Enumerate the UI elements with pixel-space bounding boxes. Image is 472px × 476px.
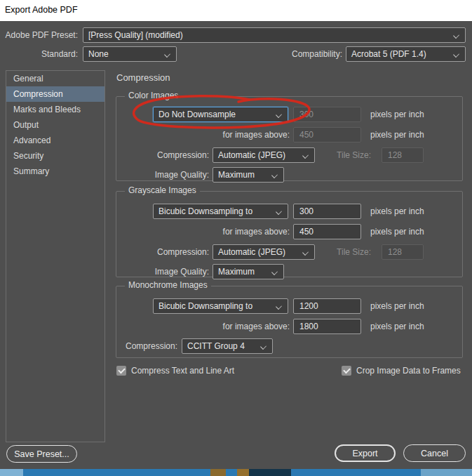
chevron-down-icon [165,51,170,57]
adobe-pdf-preset-value: [Press Quality] (modified) [83,30,454,40]
window-title: Export Adobe PDF [5,5,78,15]
export-adobe-pdf-dialog: Adobe PDF Preset: [Press Quality] (modif… [0,21,472,469]
export-button[interactable]: Export [335,444,396,462]
preset-label: Adobe PDF Preset: [0,27,78,43]
sidebar-item-compression[interactable]: Compression [6,86,104,102]
window-title-bar: Export Adobe PDF [0,0,472,21]
grayscale-threshold-unit: pixels per inch [370,224,424,239]
color-tile-size-label: Tile Size: [327,147,371,163]
color-threshold-label: for images above: [159,127,290,143]
chevron-down-icon [272,172,278,178]
compatibility-dropdown[interactable]: Acrobat 5 (PDF 1.4) [346,46,466,62]
grayscale-quality-dropdown[interactable]: Maximum [213,264,284,279]
monochrome-sampling-dropdown[interactable]: Bicubic Downsampling to [153,298,288,314]
grayscale-threshold-input[interactable]: 450 [293,224,361,239]
grayscale-threshold-label: for images above: [159,224,290,239]
color-threshold-unit: pixels per inch [370,127,424,143]
monochrome-compression-dropdown[interactable]: CCITT Group 4 [182,338,273,354]
chevron-down-icon [261,343,267,349]
background-fragment [210,469,226,476]
panel-title: Compression [116,72,170,83]
crop-image-data-label: Crop Image Data to Frames [356,365,461,376]
dialog-section-list: General Compression Marks and Bleeds Out… [6,70,105,442]
compress-text-label: Compress Text and Line Art [131,365,234,376]
compress-text-checkbox[interactable] [116,366,126,376]
background-taskbar-strip [0,469,472,476]
grayscale-compression-label: Compression: [116,244,209,260]
sidebar-item-security[interactable]: Security [6,148,104,164]
monochrome-compression-value: CCITT Group 4 [182,341,261,351]
color-compression-dropdown[interactable]: Automatic (JPEG) [213,147,315,163]
crop-image-data-checkbox[interactable] [342,366,351,376]
chevron-down-icon [454,51,459,57]
monochrome-threshold-unit: pixels per inch [370,319,424,334]
grayscale-compression-dropdown[interactable]: Automatic (JPEG) [213,244,315,260]
chevron-down-icon [276,209,282,214]
color-quality-label: Image Quality: [116,167,209,183]
color-sampling-value: Do Not Downsample [154,110,276,119]
grayscale-tile-size-label: Tile Size: [327,244,371,260]
sidebar-item-marks-and-bleeds[interactable]: Marks and Bleeds [6,102,104,117]
compatibility-label: Compatibility: [238,46,342,62]
sidebar-item-summary[interactable]: Summary [6,164,104,179]
color-resolution-input: 300 [293,107,361,122]
color-images-group: Color Images Do Not Downsample 300 pixel… [116,96,463,181]
grayscale-images-group: Grayscale Images Bicubic Downsampling to… [116,191,463,277]
chevron-down-icon [303,152,309,158]
save-preset-button[interactable]: Save Preset... [6,445,77,463]
grayscale-sampling-value: Bicubic Downsampling to [154,206,276,216]
chevron-down-icon [276,112,282,117]
background-fragment [237,469,249,476]
color-images-legend: Color Images [125,91,182,100]
monochrome-resolution-unit: pixels per inch [370,298,424,314]
monochrome-sampling-value: Bicubic Downsampling to [154,301,276,311]
grayscale-sampling-dropdown[interactable]: Bicubic Downsampling to [153,204,288,219]
sidebar-item-output[interactable]: Output [6,117,104,133]
grayscale-tile-size-input: 128 [382,244,424,260]
standard-dropdown[interactable]: None [83,46,177,62]
chevron-down-icon [303,249,309,255]
monochrome-threshold-label: for images above: [159,319,290,334]
cancel-button[interactable]: Cancel [403,444,466,462]
color-images-sampling-dropdown[interactable]: Do Not Downsample [153,107,288,122]
monochrome-compression-label: Compression: [116,338,177,354]
monochrome-images-legend: Monochrome Images [125,280,211,290]
adobe-pdf-preset-dropdown[interactable]: [Press Quality] (modified) [83,27,466,43]
color-compression-value: Automatic (JPEG) [213,150,303,160]
monochrome-threshold-input[interactable]: 1800 [293,319,361,334]
monochrome-resolution-input[interactable]: 1200 [293,298,361,314]
grayscale-resolution-unit: pixels per inch [370,204,424,219]
standard-value: None [83,49,165,59]
color-quality-dropdown[interactable]: Maximum [213,167,284,183]
background-fragment [249,469,291,476]
grayscale-quality-label: Image Quality: [116,264,209,279]
color-threshold-input: 450 [293,127,361,143]
sidebar-item-advanced[interactable]: Advanced [6,133,104,148]
color-compression-label: Compression: [116,147,209,163]
monochrome-images-group: Monochrome Images Bicubic Downsampling t… [116,286,463,358]
grayscale-resolution-input[interactable]: 300 [293,204,361,219]
color-resolution-unit: pixels per inch [370,107,424,122]
color-tile-size-input: 128 [382,147,424,163]
grayscale-compression-value: Automatic (JPEG) [213,247,303,257]
color-quality-value: Maximum [213,170,272,180]
grayscale-images-legend: Grayscale Images [125,185,200,195]
chevron-down-icon [454,32,459,38]
standard-label: Standard: [0,46,78,62]
background-fragment [421,469,472,476]
chevron-down-icon [272,269,278,275]
grayscale-quality-value: Maximum [213,267,272,277]
sidebar-item-general[interactable]: General [6,71,104,86]
background-fragment [0,469,23,476]
chevron-down-icon [276,303,282,309]
compatibility-value: Acrobat 5 (PDF 1.4) [346,49,454,59]
